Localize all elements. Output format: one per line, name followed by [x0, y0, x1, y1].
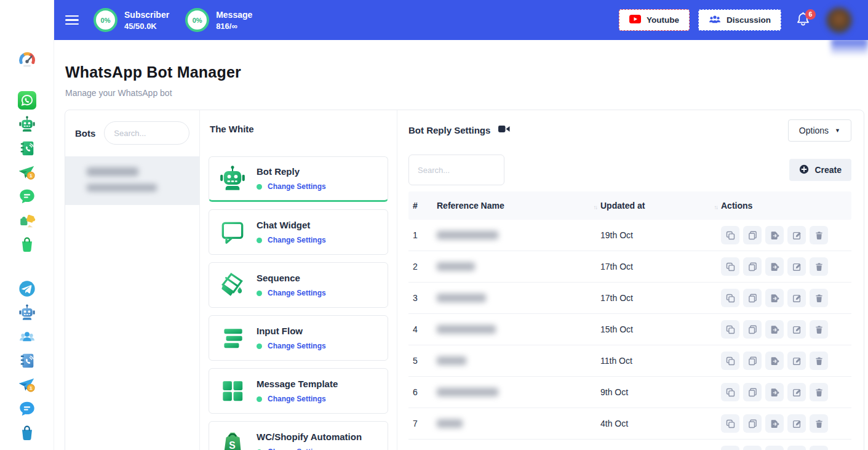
telegram-community-icon[interactable] [18, 327, 36, 346]
delete-button[interactable] [810, 320, 828, 339]
whatsapp-bot-icon[interactable] [18, 115, 36, 134]
bot-list-item-selected[interactable] [65, 156, 199, 205]
duplicate-button[interactable] [721, 352, 739, 370]
delete-button[interactable] [810, 289, 828, 307]
whatsapp-contacts-icon[interactable] [18, 139, 36, 158]
duplicate-icon [726, 356, 735, 366]
duplicate-button[interactable] [721, 320, 739, 339]
youtube-button[interactable]: Youtube [619, 9, 690, 31]
change-settings-link[interactable]: Change Settings [268, 289, 326, 297]
copy-button[interactable] [743, 414, 762, 433]
whatsapp-shop-icon[interactable] [18, 235, 36, 254]
edit-button[interactable] [787, 414, 806, 433]
export-button[interactable] [765, 383, 784, 401]
notifications-button[interactable]: 6 [796, 12, 810, 29]
card-bot-reply[interactable]: Bot Reply Change Settings [209, 156, 388, 202]
export-button[interactable] [765, 446, 784, 450]
discussion-button[interactable]: Discussion [698, 9, 781, 31]
reply-search-input[interactable] [408, 155, 504, 185]
telegram-bot-icon[interactable] [18, 303, 36, 322]
whatsapp-icon[interactable] [18, 91, 36, 110]
duplicate-icon [726, 419, 735, 428]
card-chat-widget[interactable]: Chat Widget Change Settings [209, 209, 388, 255]
create-button[interactable]: Create [789, 159, 851, 181]
video-camera-icon[interactable] [498, 124, 510, 135]
whatsapp-broadcast-icon[interactable]: 1 [18, 163, 36, 182]
menu-toggle-icon[interactable] [65, 15, 79, 25]
change-settings-link[interactable]: Change Settings [268, 182, 326, 191]
shopify-bag-icon: S [218, 430, 247, 450]
copy-button[interactable] [743, 257, 762, 276]
delete-button[interactable] [810, 257, 828, 276]
bots-search-input[interactable] [104, 121, 189, 145]
duplicate-button[interactable] [721, 226, 739, 244]
change-settings-link[interactable]: Change Settings [268, 342, 326, 350]
delete-button[interactable] [810, 226, 828, 244]
delete-button[interactable] [810, 446, 828, 450]
reply-settings-heading: Bot Reply Settings [408, 125, 490, 135]
sort-icon[interactable]: ↑↓ [594, 204, 597, 211]
reply-settings-table: # Reference Name ↑↓ Updated at ↑↓ Action… [408, 191, 851, 450]
telegram-contacts-icon[interactable] [18, 352, 36, 370]
sort-icon[interactable]: ↑↓ [714, 204, 718, 211]
dashboard-gauge-icon[interactable] [17, 49, 37, 69]
export-button[interactable] [765, 352, 784, 370]
copy-button[interactable] [743, 383, 762, 401]
options-button-label: Options [799, 126, 829, 135]
card-message-template[interactable]: Message Template Change Settings [209, 368, 388, 414]
copy-button[interactable] [743, 226, 762, 244]
copy-button[interactable] [743, 352, 762, 370]
row-actions [721, 320, 851, 339]
subscriber-label: Subscriber [124, 10, 169, 20]
export-icon [770, 356, 779, 366]
list-bars-icon [218, 324, 247, 352]
change-settings-link[interactable]: Change Settings [268, 236, 326, 244]
copy-icon [748, 388, 757, 397]
export-button[interactable] [765, 289, 784, 307]
youtube-button-label: Youtube [647, 15, 679, 25]
copy-icon [748, 231, 757, 240]
edit-button[interactable] [787, 226, 806, 244]
export-button[interactable] [765, 414, 784, 433]
duplicate-button[interactable] [721, 446, 739, 450]
edit-button[interactable] [787, 383, 806, 401]
duplicate-button[interactable] [721, 289, 739, 307]
copy-button[interactable] [743, 289, 762, 307]
delete-button[interactable] [810, 383, 828, 401]
options-button[interactable]: Options ▼ [788, 119, 851, 142]
notification-count-badge: 6 [805, 9, 816, 20]
copy-button[interactable] [743, 320, 762, 339]
user-avatar[interactable] [826, 7, 852, 33]
export-button[interactable] [765, 257, 784, 276]
row-reference-name [437, 388, 600, 396]
change-settings-link[interactable]: Change Settings [268, 395, 326, 403]
integrations-puzzle-icon[interactable] [18, 211, 36, 230]
edit-button[interactable] [787, 320, 806, 339]
delete-button[interactable] [810, 414, 828, 433]
card-sequence[interactable]: Sequence Change Settings [209, 262, 388, 308]
whatsapp-chat-icon[interactable] [18, 187, 36, 206]
duplicate-button[interactable] [721, 414, 739, 433]
duplicate-button[interactable] [721, 383, 739, 401]
delete-button[interactable] [810, 352, 828, 370]
subscriber-progress-ring: 0% [94, 8, 117, 32]
edit-button[interactable] [787, 257, 806, 276]
telegram-shop-icon[interactable] [18, 424, 36, 442]
change-settings-link[interactable]: Change Settings [268, 448, 326, 450]
edit-button[interactable] [787, 289, 806, 307]
column-header-actions: Actions [721, 201, 851, 211]
edit-icon [792, 294, 802, 303]
grid-squares-icon [218, 377, 247, 405]
telegram-broadcast-icon[interactable]: 1 [18, 376, 36, 394]
card-input-flow[interactable]: Input Flow Change Settings [209, 315, 388, 361]
telegram-icon[interactable] [18, 279, 36, 298]
edit-button[interactable] [787, 446, 806, 450]
sidebar-whatsapp-group: 1 [18, 91, 36, 254]
export-button[interactable] [765, 226, 784, 244]
copy-button[interactable] [743, 446, 762, 450]
card-wc-shopify-automation[interactable]: S WC/Shopify Automation Change Settings [209, 421, 388, 450]
edit-button[interactable] [787, 352, 806, 370]
duplicate-button[interactable] [721, 257, 739, 276]
telegram-chat-icon[interactable] [18, 400, 36, 418]
export-button[interactable] [765, 320, 784, 339]
